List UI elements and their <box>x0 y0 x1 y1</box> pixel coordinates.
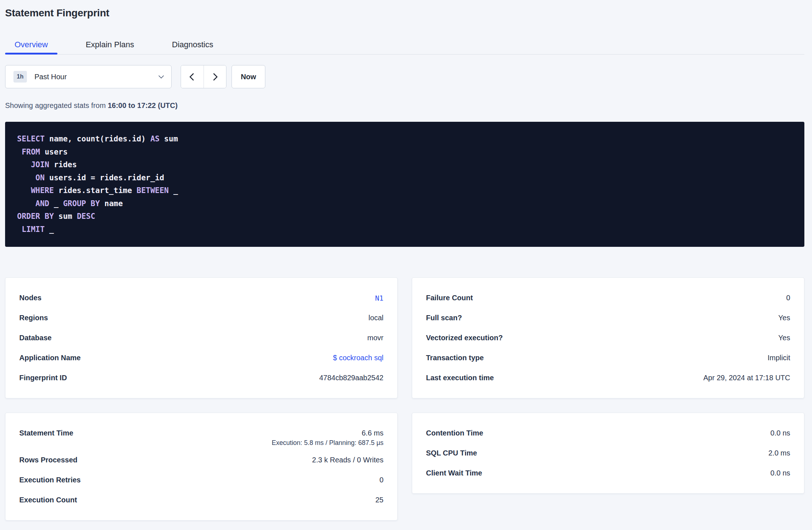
sql-keyword: DESC <box>77 212 95 221</box>
sql-line: JOIN rides <box>17 158 792 172</box>
row-client-wait-time: Client Wait Time0.0 ns <box>426 463 790 483</box>
row-label: Execution Count <box>19 496 77 504</box>
sql-text: _ <box>169 186 178 195</box>
row-transaction-type: Transaction typeImplicit <box>426 348 790 368</box>
row-rows-processed: Rows Processed2.3 k Reads / 0 Writes <box>19 450 383 470</box>
row-value: local <box>369 314 383 322</box>
row-value: 6.6 ms <box>362 429 383 437</box>
tab-diagnostics[interactable]: Diagnostics <box>162 35 223 54</box>
summary-cards-grid: NodesN1RegionslocalDatabasemovrApplicati… <box>5 277 804 521</box>
row-value: 0 <box>786 294 790 302</box>
row-value: 2.3 k Reads / 0 Writes <box>312 456 383 464</box>
row-value: 2.0 ms <box>768 449 790 457</box>
tab-explain-plans[interactable]: Explain Plans <box>76 35 144 54</box>
row-value: 0.0 ns <box>771 469 790 477</box>
sql-text <box>17 160 31 169</box>
row-vectorized-execution: Vectorized execution?Yes <box>426 328 790 348</box>
time-range-dropdown[interactable]: 1h Past Hour <box>5 65 172 88</box>
row-label: Statement Time <box>19 429 73 437</box>
row-value: Implicit <box>768 354 790 362</box>
chevron-right-icon <box>210 73 218 80</box>
row-label: SQL CPU Time <box>426 449 477 457</box>
sql-text: name, count(rides.id) <box>45 134 150 143</box>
row-value: movr <box>367 334 383 342</box>
sql-text: users.id = rides.rider_id <box>45 173 164 182</box>
sql-line: LIMIT _ <box>17 223 792 236</box>
chevron-left-icon <box>189 73 197 80</box>
row-regions: Regionslocal <box>19 308 383 328</box>
sql-keyword: FROM <box>22 148 40 156</box>
stats-line-range: 16:00 to 17:22 (UTC) <box>108 101 177 109</box>
sql-line: WHERE rides.start_time BETWEEN _ <box>17 184 792 197</box>
sql-text: _ <box>45 225 54 234</box>
sql-text: sum <box>54 212 77 221</box>
sql-keyword: JOIN <box>31 160 49 169</box>
tab-overview[interactable]: Overview <box>5 35 57 54</box>
sql-keyword: WHERE <box>31 186 54 195</box>
row-value-link[interactable]: $ cockroach sql <box>333 354 383 362</box>
aggregated-stats-line: Showing aggregated stats from 16:00 to 1… <box>5 101 804 110</box>
row-value: 4784cb829aab2542 <box>319 374 383 382</box>
row-label: Client Wait Time <box>426 469 482 477</box>
sql-keyword: ORDER BY <box>17 212 54 221</box>
row-execution-count: Execution Count25 <box>19 490 383 510</box>
sql-keyword: LIMIT <box>22 225 45 234</box>
row-label: Rows Processed <box>19 456 77 464</box>
time-range-badge: 1h <box>13 71 27 83</box>
sql-keyword: AS <box>150 134 160 143</box>
row-label: Vectorized execution? <box>426 334 503 342</box>
row-fingerprint-id: Fingerprint ID4784cb829aab2542 <box>19 368 383 388</box>
row-value-link[interactable]: N1 <box>375 294 383 302</box>
now-button[interactable]: Now <box>232 65 265 88</box>
row-value: Apr 29, 2024 at 17:18 UTC <box>703 374 790 382</box>
row-database: Databasemovr <box>19 328 383 348</box>
row-value: 25 <box>375 496 383 504</box>
row-label: Application Name <box>19 354 81 362</box>
sql-text: sum <box>160 134 178 143</box>
row-nodes: NodesN1 <box>19 288 383 308</box>
sql-text: name <box>100 199 123 208</box>
time-controls: 1h Past Hour Now <box>5 65 804 88</box>
sql-statement-box: SELECT name, count(rides.id) AS sum FROM… <box>5 122 804 247</box>
row-label: Last execution time <box>426 374 494 382</box>
row-label: Regions <box>19 314 48 322</box>
row-value: 0.0 ns <box>771 429 790 437</box>
statement-fingerprint-page: Statement Fingerprint OverviewExplain Pl… <box>0 0 812 530</box>
sql-line: ORDER BY sum DESC <box>17 210 792 223</box>
row-label: Transaction type <box>426 354 484 362</box>
sql-keyword: SELECT <box>17 134 45 143</box>
row-value: 0 <box>379 476 383 484</box>
row-subvalue: Execution: 5.8 ms / Planning: 687.5 µs <box>19 439 383 450</box>
row-failure-count: Failure Count0 <box>426 288 790 308</box>
row-label: Failure Count <box>426 294 473 302</box>
sql-text: rides.start_time <box>54 186 137 195</box>
row-full-scan: Full scan?Yes <box>426 308 790 328</box>
sql-text: _ <box>49 199 63 208</box>
row-last-execution-time: Last execution timeApr 29, 2024 at 17:18… <box>426 368 790 388</box>
row-label: Execution Retries <box>19 476 81 484</box>
row-value: Yes <box>778 314 790 322</box>
page-title: Statement Fingerprint <box>5 7 804 19</box>
statement-times-card: Statement Time6.6 msExecution: 5.8 ms / … <box>5 413 398 521</box>
row-application-name: Application Name$ cockroach sql <box>19 348 383 368</box>
statement-details-card: NodesN1RegionslocalDatabasemovrApplicati… <box>5 277 398 398</box>
next-interval-button[interactable] <box>204 65 226 88</box>
row-label: Contention Time <box>426 429 483 437</box>
row-label: Full scan? <box>426 314 462 322</box>
stats-line-prefix: Showing aggregated stats from <box>5 101 108 109</box>
sql-text: users <box>40 148 68 156</box>
time-nav-group <box>181 65 226 88</box>
time-range-label: Past Hour <box>35 73 67 81</box>
sql-text <box>17 199 36 208</box>
tab-bar: OverviewExplain PlansDiagnostics <box>5 35 804 55</box>
sql-text <box>17 148 22 156</box>
prev-interval-button[interactable] <box>181 65 204 88</box>
sql-keyword: ON <box>36 173 45 182</box>
sql-line: FROM users <box>17 146 792 159</box>
sql-line: ON users.id = rides.rider_id <box>17 172 792 185</box>
sql-text <box>17 173 36 182</box>
sql-line: SELECT name, count(rides.id) AS sum <box>17 133 792 146</box>
row-sql-cpu-time: SQL CPU Time2.0 ms <box>426 443 790 463</box>
sql-keyword: GROUP BY <box>63 199 100 208</box>
row-label: Nodes <box>19 294 41 302</box>
